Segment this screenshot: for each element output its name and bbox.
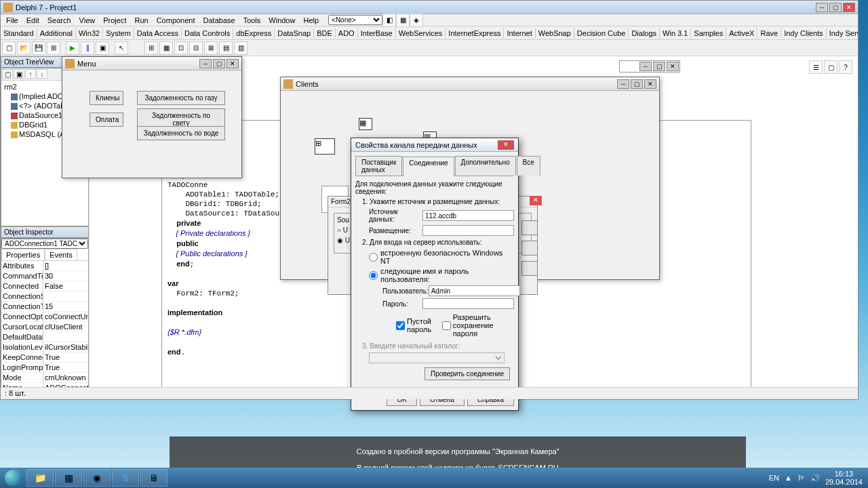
palette-tab[interactable]: ADO: [336, 28, 358, 39]
tb-icon[interactable]: ◧: [382, 14, 396, 27]
comp-icon[interactable]: ⊠: [204, 41, 218, 55]
comp-icon[interactable]: ▥: [234, 41, 248, 55]
property-row[interactable]: Attributes[]: [1, 261, 88, 271]
nt-security-radio[interactable]: [369, 253, 378, 262]
property-row[interactable]: ConnectionTim15: [1, 302, 88, 312]
close-button[interactable]: ✕: [667, 62, 679, 71]
menu-tools[interactable]: Tools: [239, 15, 265, 26]
userpass-radio[interactable]: [369, 271, 378, 280]
tray-flag-icon[interactable]: 🏳: [797, 474, 805, 482]
tb-icon[interactable]: ▦: [396, 14, 410, 27]
tab-events[interactable]: Events: [45, 249, 77, 260]
maximize-button[interactable]: ▢: [631, 79, 643, 89]
palette-tab[interactable]: Samples: [691, 28, 726, 39]
palette-tab[interactable]: Indy Clients: [781, 28, 826, 39]
menu-database[interactable]: Database: [199, 15, 239, 26]
close-button[interactable]: ✕: [226, 59, 239, 68]
palette-tab[interactable]: BDE: [314, 28, 336, 39]
tab-advanced[interactable]: Дополнительно: [455, 156, 516, 176]
menu-search[interactable]: Search: [43, 15, 75, 26]
location-input[interactable]: [422, 225, 514, 236]
tree-tb-icon[interactable]: ▢: [2, 69, 13, 79]
config-combo[interactable]: <None>: [328, 15, 382, 25]
tb-icon[interactable]: ◈: [410, 14, 423, 27]
palette-tab[interactable]: ActiveX: [726, 28, 757, 39]
tab-properties[interactable]: Properties: [1, 249, 45, 260]
tab-connection[interactable]: Соединение: [403, 157, 454, 176]
view-icon[interactable]: ▢: [824, 60, 837, 74]
clock[interactable]: 16:1329.04.2014: [825, 470, 863, 486]
menu-project[interactable]: Project: [99, 15, 130, 26]
menu-edit[interactable]: Edit: [22, 15, 43, 26]
comp-icon[interactable]: ⊞: [144, 41, 158, 55]
source-input[interactable]: [422, 210, 514, 221]
side-button[interactable]: [521, 220, 538, 235]
comp-icon[interactable]: ▦: [159, 41, 173, 55]
saveall-button[interactable]: ⊞: [47, 41, 60, 55]
view-icon[interactable]: ☰: [809, 60, 823, 74]
maximize-button[interactable]: ▢: [829, 3, 842, 12]
property-row[interactable]: LoginPromptTrue: [1, 363, 88, 373]
pass-input[interactable]: [422, 298, 514, 309]
comp-icon[interactable]: ▤: [219, 41, 233, 55]
palette-tab[interactable]: InternetExpress: [446, 28, 504, 39]
minimize-button[interactable]: ─: [816, 3, 828, 12]
stop-button[interactable]: ▣: [96, 41, 109, 55]
close-button[interactable]: ✕: [498, 140, 514, 150]
menu-form[interactable]: Menu ─ ▢ ✕ Клиены Оплата Задолженность п…: [62, 56, 242, 178]
tray-flag-icon[interactable]: ▲: [785, 474, 792, 482]
palette-tab[interactable]: Dialogs: [629, 28, 660, 39]
inspector-combo[interactable]: ADOConnection1 TADOConnec: [1, 239, 88, 249]
pause-button[interactable]: ‖: [81, 41, 94, 55]
cursor-icon[interactable]: ↖: [115, 41, 128, 55]
gas-debt-button[interactable]: Задолженность по газу: [137, 91, 225, 105]
new-button[interactable]: ▢: [2, 41, 16, 55]
maximize-button[interactable]: ▢: [213, 59, 225, 68]
menu-component[interactable]: Component: [153, 15, 199, 26]
close-button[interactable]: ✕: [843, 3, 855, 12]
minimize-button[interactable]: ─: [617, 79, 629, 89]
start-button[interactable]: [0, 468, 26, 488]
payment-button[interactable]: Оплата: [90, 113, 123, 127]
tree-tb-icon[interactable]: ↓: [37, 69, 47, 79]
property-row[interactable]: ModecmUnknown: [1, 373, 88, 383]
menu-file[interactable]: File: [2, 15, 22, 26]
property-row[interactable]: IsolationLevelilCursorStability: [1, 342, 88, 352]
minimize-button[interactable]: ─: [639, 62, 652, 71]
skype-icon[interactable]: S: [112, 469, 139, 487]
palette-tab[interactable]: Win32: [76, 28, 103, 39]
comp-icon[interactable]: ⊟: [189, 41, 203, 55]
palette-tab[interactable]: Standard: [1, 28, 37, 39]
palette-tab[interactable]: dbExpress: [233, 28, 275, 39]
system-tray[interactable]: EN ▲ 🏳 🔊 16:1329.04.2014: [764, 470, 868, 486]
user-input[interactable]: [429, 285, 520, 296]
open-button[interactable]: 📂: [17, 41, 31, 55]
property-row[interactable]: ConnectOptioncoConnectUnspe: [1, 312, 88, 322]
property-row[interactable]: ConnectionStr: [1, 291, 88, 302]
tree-tb-icon[interactable]: ↑: [25, 69, 36, 79]
close-button[interactable]: ✕: [644, 79, 656, 89]
save-button[interactable]: 💾: [32, 41, 45, 55]
palette-tab[interactable]: Rave: [757, 28, 781, 39]
comp-icon[interactable]: ⊡: [174, 41, 188, 55]
close-button[interactable]: ✕: [530, 196, 542, 205]
palette-tab[interactable]: WebSnap: [536, 28, 574, 39]
minimize-button[interactable]: ─: [199, 59, 212, 68]
tab-provider[interactable]: Поставщик данных: [355, 156, 402, 176]
property-row[interactable]: CursorLocationclUseClient: [1, 322, 88, 332]
palette-tab[interactable]: InterBase: [358, 28, 396, 39]
palette-tab[interactable]: Indy Servers: [827, 28, 858, 39]
palette-tab[interactable]: Data Access: [134, 28, 182, 39]
explorer-icon[interactable]: 📁: [26, 469, 54, 487]
clients-button[interactable]: Клиены: [90, 91, 123, 105]
palette-tab[interactable]: Additional: [37, 28, 76, 39]
menu-help[interactable]: Help: [299, 15, 323, 26]
menu-view[interactable]: View: [75, 15, 100, 26]
task-icon[interactable]: ▦: [55, 469, 82, 487]
menu-window[interactable]: Window: [264, 15, 299, 26]
menu-run[interactable]: Run: [130, 15, 152, 26]
maximize-button[interactable]: ▢: [653, 62, 665, 71]
water-debt-button[interactable]: Задолженность по воде: [137, 126, 225, 140]
side-button[interactable]: [521, 261, 538, 276]
palette-tab[interactable]: Data Controls: [182, 28, 233, 39]
